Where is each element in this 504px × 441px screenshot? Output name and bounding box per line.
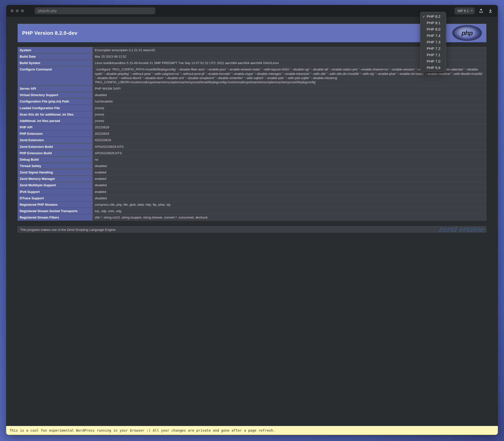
row-key: Zend Signal Handling: [18, 169, 93, 176]
row-key: Server API: [18, 85, 93, 92]
php-version-option[interactable]: PHP 5.6: [420, 64, 446, 71]
download-icon[interactable]: [488, 8, 493, 14]
minimize-window[interactable]: [16, 9, 19, 12]
table-row: Registered PHP Streamscompress.zlib, php…: [18, 201, 487, 208]
row-value: (none): [93, 105, 487, 111]
option-label: PHP 7.1: [427, 53, 441, 57]
check-icon: [422, 14, 425, 18]
row-value: PHP WASM SAPI: [93, 85, 487, 92]
phpinfo-banner: PHP Version 8.2.0-dev php: [17, 24, 487, 42]
option-label: PHP 7.3: [427, 40, 441, 44]
table-row: Debug Buildno: [18, 156, 487, 163]
option-label: PHP 7.2: [427, 46, 441, 51]
zend-watermark: zend engine: [439, 226, 484, 233]
row-key: Registered PHP Streams: [18, 201, 93, 208]
option-label: PHP 8.1: [427, 21, 441, 25]
php-version-option[interactable]: PHP 7.2: [420, 45, 446, 51]
row-key: PHP API: [18, 124, 93, 131]
php-logo: php: [452, 25, 482, 41]
phpinfo-table: SystemEmscripten emscripten 3.1.21 #1 wa…: [17, 47, 487, 221]
row-value: enabled: [93, 176, 487, 182]
row-key: PHP Extension Build: [18, 150, 93, 156]
option-label: PHP 8.2: [427, 14, 441, 18]
table-row: Zend Extension420220829: [18, 137, 487, 143]
table-row: SystemEmscripten emscripten 3.1.21 #1 wa…: [18, 47, 487, 53]
table-row: Registered Stream Socket Transportstcp, …: [18, 208, 487, 214]
url-bar[interactable]: /phpinfo.php: [35, 7, 155, 14]
table-row: Zend Signal Handlingenabled: [18, 169, 487, 176]
php-version-option[interactable]: PHP 8.1: [420, 19, 446, 26]
table-row: Loaded Configuration File(none): [18, 105, 487, 111]
table-row: DTrace Supportdisabled: [18, 195, 487, 201]
table-row: Scan this dir for additional .ini files(…: [18, 111, 487, 118]
row-value: 20220829: [93, 124, 487, 131]
row-key: DTrace Support: [18, 195, 93, 201]
row-value: disabled: [93, 182, 487, 188]
row-value: (none): [93, 111, 487, 118]
row-key: Additional .ini files parsed: [18, 118, 93, 124]
row-key: IPv6 Support: [18, 188, 93, 195]
row-value: disabled: [93, 92, 487, 98]
option-label: PHP 7.0: [427, 59, 441, 63]
row-value: compress.zlib, php, file, glob, data, ht…: [93, 201, 487, 208]
php-version-option[interactable]: PHP 8.0: [420, 26, 446, 32]
chevron-down-icon: [471, 10, 473, 12]
row-value: enabled: [93, 188, 487, 195]
app-window: /phpinfo.php PHP 8.2 WP 6.1 PHP Version …: [6, 5, 498, 435]
row-key: Loaded Configuration File: [18, 105, 93, 111]
window-controls: [11, 9, 24, 12]
table-row: Server APIPHP WASM SAPI: [18, 85, 487, 92]
row-key: Debug Build: [18, 156, 93, 163]
php-version-option[interactable]: PHP 8.2: [420, 13, 446, 19]
row-value: API420220829,NTS: [93, 143, 487, 150]
table-row: Configure Command'./configure' 'PKG_CONF…: [18, 66, 487, 85]
share-icon[interactable]: [478, 8, 484, 14]
zend-text: This program makes use of the Zend Scrip…: [20, 228, 116, 232]
row-key: Zend Memory Manager: [18, 176, 93, 182]
row-key: Configure Command: [18, 66, 93, 85]
row-value: zlib.*, string.rot13, string.toupper, st…: [93, 214, 487, 221]
row-key: Virtual Directory Support: [18, 92, 93, 98]
table-row: Zend Memory Managerenabled: [18, 176, 487, 182]
php-version-dropdown: PHP 8.2PHP 8.1PHP 8.0PHP 7.4PHP 7.3PHP 7…: [420, 12, 446, 72]
row-value: API20220829,NTS: [93, 150, 487, 156]
row-key: Zend Extension: [18, 137, 93, 143]
row-value: enabled: [93, 169, 487, 176]
row-value: no: [93, 156, 487, 163]
table-row: Build DateMar 25 2023 08:12:52: [18, 53, 487, 60]
table-row: Zend Extension BuildAPI420220829,NTS: [18, 143, 487, 150]
table-row: PHP Extension20220829: [18, 131, 487, 137]
row-key: PHP Extension: [18, 131, 93, 137]
option-label: PHP 5.6: [427, 66, 441, 70]
content: PHP Version 8.2.0-dev php SystemEmscript…: [6, 17, 498, 426]
table-row: Configuration File (php.ini) Path/usr/lo…: [18, 98, 487, 105]
row-key: Build Date: [18, 53, 93, 60]
row-value: disabled: [93, 163, 487, 169]
zend-box: This program makes use of the Zend Scrip…: [17, 226, 487, 233]
wp-version-select[interactable]: WP 6.1: [455, 7, 475, 14]
row-value: /usr/local/etc: [93, 98, 487, 105]
url-text: /phpinfo.php: [38, 9, 57, 13]
option-label: PHP 8.0: [427, 27, 441, 31]
row-value: disabled: [93, 195, 487, 201]
row-key: System: [18, 47, 93, 53]
php-version-option[interactable]: PHP 7.1: [420, 51, 446, 58]
table-row: Additional .ini files parsed(none): [18, 118, 487, 124]
table-row: Virtual Directory Supportdisabled: [18, 92, 487, 98]
page-title: PHP Version 8.2.0-dev: [22, 30, 77, 36]
row-key: Registered Stream Filters: [18, 214, 93, 221]
table-row: Thread Safetydisabled: [18, 163, 487, 169]
table-row: PHP Extension BuildAPI20220829,NTS: [18, 150, 487, 156]
php-version-option[interactable]: PHP 7.0: [420, 58, 446, 64]
php-version-option[interactable]: PHP 7.4: [420, 32, 446, 39]
zoom-window[interactable]: [21, 9, 24, 12]
row-value: 420220829: [93, 137, 487, 143]
wp-version-label: WP 6.1: [457, 9, 469, 13]
table-row: Build SystemLinux buildkitsandbox 5.15.4…: [18, 60, 487, 66]
table-row: Registered Stream Filterszlib.*, string.…: [18, 214, 487, 221]
close-window[interactable]: [11, 9, 14, 12]
option-label: PHP 7.4: [427, 34, 441, 38]
table-row: Zend Multibyte Supportdisabled: [18, 182, 487, 188]
php-version-option[interactable]: PHP 7.3: [420, 39, 446, 45]
row-key: Zend Extension Build: [18, 143, 93, 150]
